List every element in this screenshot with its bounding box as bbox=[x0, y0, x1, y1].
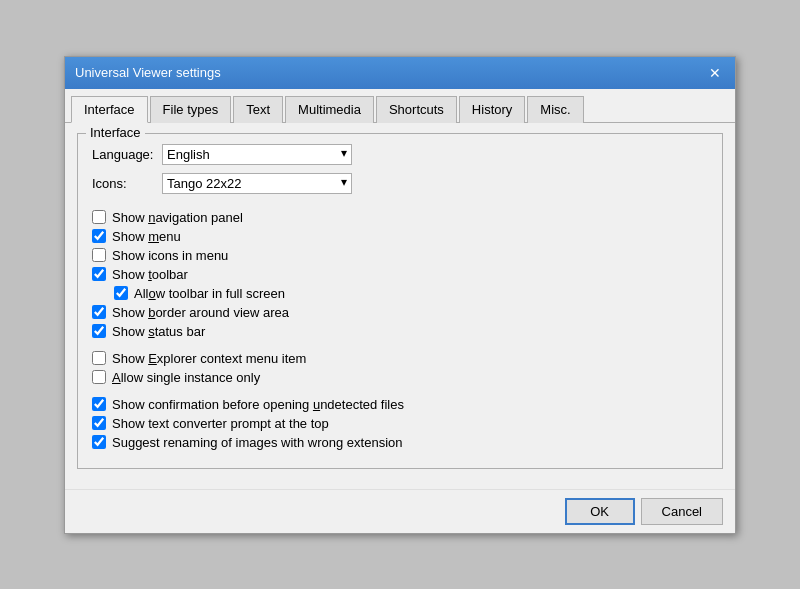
close-button[interactable]: ✕ bbox=[705, 63, 725, 83]
language-row: Language: English bbox=[92, 144, 708, 165]
content-area: Interface Language: English Icons: Tango… bbox=[65, 123, 735, 489]
suggest-renaming-checkbox[interactable] bbox=[92, 435, 106, 449]
show-icons-in-menu-label[interactable]: Show icons in menu bbox=[112, 248, 228, 263]
show-status-bar-label[interactable]: Show status bar bbox=[112, 324, 205, 339]
settings-window: Universal Viewer settings ✕ Interface Fi… bbox=[64, 56, 736, 534]
show-menu-label[interactable]: Show menu bbox=[112, 229, 181, 244]
cb-nav-panel: Show navigation panel bbox=[92, 210, 708, 225]
show-explorer-context-checkbox[interactable] bbox=[92, 351, 106, 365]
allow-toolbar-fullscreen-label[interactable]: Allow toolbar in full screen bbox=[134, 286, 285, 301]
show-text-converter-label[interactable]: Show text converter prompt at the top bbox=[112, 416, 329, 431]
show-status-bar-checkbox[interactable] bbox=[92, 324, 106, 338]
tabs-bar: Interface File types Text Multimedia Sho… bbox=[65, 89, 735, 123]
ok-button[interactable]: OK bbox=[565, 498, 635, 525]
icons-select-wrapper[interactable]: Tango 22x22 bbox=[162, 173, 352, 194]
language-select-wrapper[interactable]: English bbox=[162, 144, 352, 165]
interface-group: Interface Language: English Icons: Tango… bbox=[77, 133, 723, 469]
title-bar: Universal Viewer settings ✕ bbox=[65, 57, 735, 89]
allow-toolbar-fullscreen-checkbox[interactable] bbox=[114, 286, 128, 300]
cb-menu: Show menu bbox=[92, 229, 708, 244]
show-toolbar-label[interactable]: Show toolbar bbox=[112, 267, 188, 282]
tab-history[interactable]: History bbox=[459, 96, 525, 123]
language-select[interactable]: English bbox=[162, 144, 352, 165]
cb-statusbar: Show status bar bbox=[92, 324, 708, 339]
tab-interface[interactable]: Interface bbox=[71, 96, 148, 123]
language-label: Language: bbox=[92, 147, 162, 162]
show-border-label[interactable]: Show border around view area bbox=[112, 305, 289, 320]
allow-single-instance-label[interactable]: Allow single instance only bbox=[112, 370, 260, 385]
show-explorer-context-label[interactable]: Show Explorer context menu item bbox=[112, 351, 306, 366]
icons-label: Icons: bbox=[92, 176, 162, 191]
cb-toolbar-fullscreen: Allow toolbar in full screen bbox=[114, 286, 708, 301]
cb-border: Show border around view area bbox=[92, 305, 708, 320]
show-toolbar-checkbox[interactable] bbox=[92, 267, 106, 281]
cancel-button[interactable]: Cancel bbox=[641, 498, 723, 525]
show-confirmation-label[interactable]: Show confirmation before opening undetec… bbox=[112, 397, 404, 412]
show-confirmation-checkbox[interactable] bbox=[92, 397, 106, 411]
cb-explorer: Show Explorer context menu item bbox=[92, 351, 708, 366]
cb-text-converter: Show text converter prompt at the top bbox=[92, 416, 708, 431]
tab-filetypes[interactable]: File types bbox=[150, 96, 232, 123]
tab-shortcuts[interactable]: Shortcuts bbox=[376, 96, 457, 123]
allow-single-instance-checkbox[interactable] bbox=[92, 370, 106, 384]
icons-select[interactable]: Tango 22x22 bbox=[162, 173, 352, 194]
tab-text[interactable]: Text bbox=[233, 96, 283, 123]
tab-misc[interactable]: Misc. bbox=[527, 96, 583, 123]
bottom-bar: OK Cancel bbox=[65, 489, 735, 533]
group-title: Interface bbox=[86, 125, 145, 140]
cb-confirmation: Show confirmation before opening undetec… bbox=[92, 397, 708, 412]
cb-single-instance: Allow single instance only bbox=[92, 370, 708, 385]
icons-row: Icons: Tango 22x22 bbox=[92, 173, 708, 194]
show-menu-checkbox[interactable] bbox=[92, 229, 106, 243]
suggest-renaming-label[interactable]: Suggest renaming of images with wrong ex… bbox=[112, 435, 403, 450]
cb-icons-menu: Show icons in menu bbox=[92, 248, 708, 263]
cb-suggest-rename: Suggest renaming of images with wrong ex… bbox=[92, 435, 708, 450]
show-navigation-panel-label[interactable]: Show navigation panel bbox=[112, 210, 243, 225]
show-border-checkbox[interactable] bbox=[92, 305, 106, 319]
window-title: Universal Viewer settings bbox=[75, 65, 221, 80]
tab-multimedia[interactable]: Multimedia bbox=[285, 96, 374, 123]
show-text-converter-checkbox[interactable] bbox=[92, 416, 106, 430]
cb-toolbar: Show toolbar bbox=[92, 267, 708, 282]
show-icons-in-menu-checkbox[interactable] bbox=[92, 248, 106, 262]
show-navigation-panel-checkbox[interactable] bbox=[92, 210, 106, 224]
